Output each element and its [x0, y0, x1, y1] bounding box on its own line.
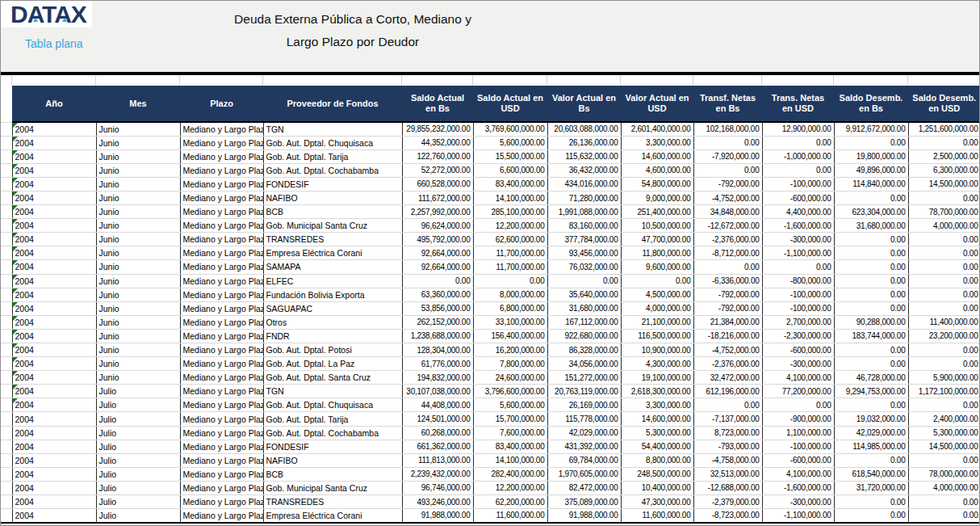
cell-transf-netas-bs[interactable]: -7,920,000.00: [693, 149, 762, 163]
cell-mes[interactable]: Junio: [96, 163, 180, 177]
cell-plazo[interactable]: Mediano y Largo Plazo: [180, 260, 263, 274]
cell-valor-actual-bs[interactable]: 20,603,088,000.00: [547, 122, 621, 136]
cell-saldo-actual-usd[interactable]: 83,400,000.00: [473, 177, 547, 191]
cell-trans-netas-usd[interactable]: -300,000.00: [762, 357, 834, 371]
cell-valor-actual-bs[interactable]: 34,056,000.00: [547, 357, 621, 371]
cell-ano[interactable]: 2004: [12, 205, 96, 219]
cell-saldo-desemb-bs[interactable]: 31,720,000.00: [834, 481, 908, 494]
cell-trans-netas-usd[interactable]: -100,000.00: [762, 288, 834, 301]
cell-saldo-desemb-bs[interactable]: 31,680,000.00: [834, 219, 908, 233]
cell-saldo-actual-bs[interactable]: 92,664,000.00: [402, 260, 473, 274]
cell-transf-netas-bs[interactable]: -12,672,000.00: [693, 219, 762, 233]
cell-ano[interactable]: 2004: [12, 191, 96, 204]
cell-saldo-desemb-bs[interactable]: 19,032,000.00: [834, 412, 908, 426]
cell-mes[interactable]: Junio: [96, 205, 180, 219]
cell-saldo-actual-bs[interactable]: 495,792,000.00: [402, 233, 473, 246]
cell-plazo[interactable]: Mediano y Largo Plazo: [180, 343, 263, 357]
cell-saldo-desemb-bs[interactable]: 9,912,672,000.00: [834, 122, 908, 136]
cell-proveedor[interactable]: FONDESIF: [263, 440, 402, 453]
cell-trans-netas-usd[interactable]: 4,400,000.00: [762, 205, 834, 219]
cell-proveedor[interactable]: FONDESIF: [263, 177, 402, 191]
cell-valor-actual-bs[interactable]: 115,632,000.00: [547, 149, 621, 163]
cell-ano[interactable]: 2004: [12, 426, 96, 440]
cell-saldo-desemb-usd[interactable]: 78,000,000.00: [908, 467, 980, 481]
table-row[interactable]: 2004JulioMediano y Largo PlazoTRANSREDES…: [1, 495, 980, 509]
cell-transf-netas-bs[interactable]: -8,712,000.00: [693, 246, 762, 260]
cell-plazo[interactable]: Mediano y Largo Plazo: [180, 205, 263, 219]
cell-saldo-actual-bs[interactable]: 92,664,000.00: [402, 246, 473, 260]
table-row[interactable]: 2004JunioMediano y Largo PlazoTGN29,855,…: [1, 122, 980, 136]
table-row[interactable]: 2004JulioMediano y Largo PlazoFONDESIF66…: [1, 440, 980, 453]
cell-valor-actual-usd[interactable]: 4,000,000.00: [621, 301, 693, 315]
cell-saldo-actual-usd[interactable]: 5,600,000.00: [473, 136, 547, 149]
table-row[interactable]: 2004JunioMediano y Largo PlazoFundación …: [1, 288, 980, 301]
cell-valor-actual-usd[interactable]: 2,618,300,000.00: [621, 385, 693, 398]
cell-mes[interactable]: Julio: [96, 398, 180, 412]
cell-transf-netas-bs[interactable]: 0.00: [693, 398, 762, 412]
cell-ano[interactable]: 2004: [12, 343, 96, 357]
cell-saldo-actual-bs[interactable]: 96,624,000.00: [402, 219, 473, 233]
cell-plazo[interactable]: Mediano y Largo Plazo: [180, 233, 263, 246]
table-row[interactable]: 2004JunioMediano y Largo PlazoGob. Aut. …: [1, 149, 980, 163]
cell-saldo-desemb-usd[interactable]: 0.00: [908, 260, 980, 274]
cell-transf-netas-bs[interactable]: 8,723,000.00: [693, 426, 762, 440]
table-row[interactable]: 2004JunioMediano y Largo PlazoGob. Aut. …: [1, 343, 980, 357]
cell-valor-actual-usd[interactable]: 10,500,000.00: [621, 219, 693, 233]
table-row[interactable]: 2004JunioMediano y Largo PlazoGob. Aut. …: [1, 136, 980, 149]
cell-saldo-desemb-bs[interactable]: 0.00: [834, 274, 908, 288]
cell-valor-actual-usd[interactable]: 10,400,000.00: [621, 481, 693, 494]
cell-mes[interactable]: Junio: [96, 149, 180, 163]
cell-proveedor[interactable]: Gob. Municipal Santa Cruz: [263, 219, 402, 233]
cell-transf-netas-bs[interactable]: -792,000.00: [693, 177, 762, 191]
cell-saldo-actual-bs[interactable]: 63,360,000.00: [402, 288, 473, 301]
cell-valor-actual-bs[interactable]: 93,456,000.00: [547, 246, 621, 260]
cell-proveedor[interactable]: ELFEC: [263, 274, 402, 288]
cell-mes[interactable]: Junio: [96, 136, 180, 149]
cell-ano[interactable]: 2004: [12, 260, 96, 274]
cell-saldo-desemb-bs[interactable]: 0.00: [834, 260, 908, 274]
cell-plazo[interactable]: Mediano y Largo Plazo: [180, 219, 263, 233]
cell-trans-netas-usd[interactable]: -600,000.00: [762, 191, 834, 204]
cell-valor-actual-usd[interactable]: 47,300,000.00: [621, 495, 693, 509]
cell-ano[interactable]: 2004: [12, 398, 96, 412]
cell-ano[interactable]: 2004: [12, 149, 96, 163]
cell-valor-actual-usd[interactable]: 3,300,000.00: [621, 136, 693, 149]
column-header-proveedor[interactable]: Proveedor de Fondos: [263, 86, 402, 122]
cell-valor-actual-usd[interactable]: 14,600,000.00: [621, 412, 693, 426]
column-header-ano[interactable]: Año: [12, 86, 96, 122]
cell-ano[interactable]: 2004: [12, 440, 96, 453]
cell-ano[interactable]: 2004: [12, 274, 96, 288]
table-row[interactable]: 2004JulioMediano y Largo PlazoGob. Aut. …: [1, 412, 980, 426]
cell-valor-actual-usd[interactable]: 21,100,000.00: [621, 315, 693, 329]
cell-saldo-actual-usd[interactable]: 15,500,000.00: [473, 149, 547, 163]
column-header-valor-actual-usd[interactable]: Valor Actual en USD: [621, 86, 693, 122]
cell-proveedor[interactable]: TGN: [263, 385, 402, 398]
column-header-saldo-desemb-bs[interactable]: Saldo Desemb. en Bs: [834, 86, 908, 122]
cell-trans-netas-usd[interactable]: -100,000.00: [762, 177, 834, 191]
cell-saldo-actual-usd[interactable]: 14,100,000.00: [473, 453, 547, 467]
cell-saldo-actual-usd[interactable]: 11,700,000.00: [473, 260, 547, 274]
cell-mes[interactable]: Junio: [96, 274, 180, 288]
cell-saldo-actual-usd[interactable]: 12,200,000.00: [473, 219, 547, 233]
cell-saldo-desemb-usd[interactable]: 1,172,100,000.00: [908, 385, 980, 398]
cell-valor-actual-bs[interactable]: 86,328,000.00: [547, 343, 621, 357]
cell-proveedor[interactable]: SAMAPA: [263, 260, 402, 274]
cell-saldo-actual-bs[interactable]: 44,408,000.00: [402, 398, 473, 412]
cell-valor-actual-bs[interactable]: 115,778,000.00: [547, 412, 621, 426]
cell-proveedor[interactable]: TRANSREDES: [263, 495, 402, 509]
cell-plazo[interactable]: Mediano y Largo Plazo: [180, 177, 263, 191]
table-row[interactable]: 2004JunioMediano y Largo PlazoFONDESIF66…: [1, 177, 980, 191]
cell-mes[interactable]: Julio: [96, 467, 180, 481]
cell-mes[interactable]: Julio: [96, 385, 180, 398]
cell-plazo[interactable]: Mediano y Largo Plazo: [180, 329, 263, 343]
table-row[interactable]: 2004JunioMediano y Largo PlazoNAFIBO111,…: [1, 191, 980, 204]
cell-trans-netas-usd[interactable]: -1,600,000.00: [762, 481, 834, 494]
cell-plazo[interactable]: Mediano y Largo Plazo: [180, 412, 263, 426]
table-row[interactable]: 2004JunioMediano y Largo PlazoBCB2,257,9…: [1, 205, 980, 219]
cell-proveedor[interactable]: TGN: [263, 122, 402, 136]
cell-valor-actual-bs[interactable]: 26,169,000.00: [547, 398, 621, 412]
cell-proveedor[interactable]: FNDR: [263, 329, 402, 343]
cell-ano[interactable]: 2004: [12, 233, 96, 246]
cell-saldo-actual-usd[interactable]: 7,800,000.00: [473, 357, 547, 371]
cell-saldo-desemb-bs[interactable]: 0.00: [834, 495, 908, 509]
